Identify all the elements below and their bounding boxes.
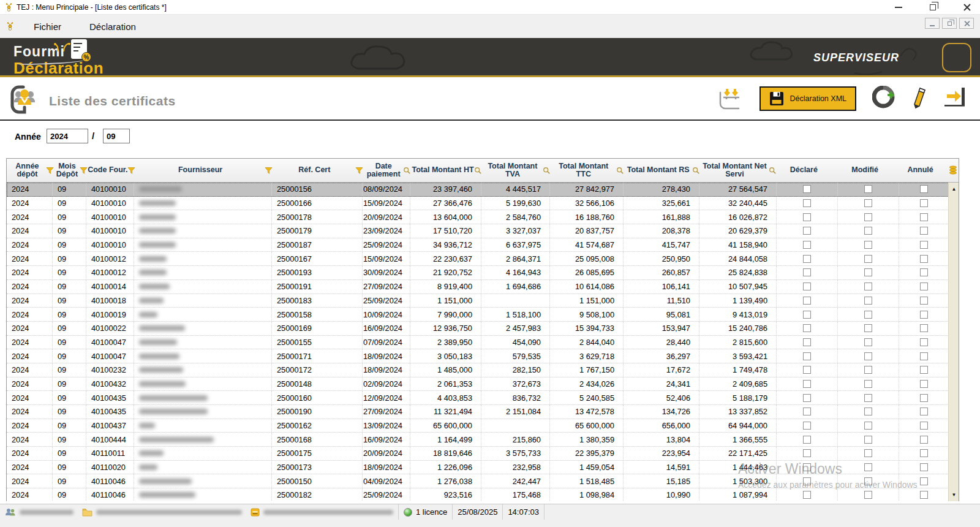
modifie-checkbox[interactable]	[864, 491, 872, 499]
modifie-checkbox[interactable]	[864, 268, 872, 276]
modifie-checkbox[interactable]	[864, 449, 872, 457]
column-header-9[interactable]: Total Montant RS	[623, 159, 699, 182]
table-row[interactable]: 202409401000102500017923/09/202417 510,7…	[7, 224, 959, 238]
annule-checkbox[interactable]	[920, 311, 928, 319]
menu-declaration[interactable]: Déclaration	[81, 19, 145, 34]
annule-checkbox[interactable]	[920, 422, 928, 430]
table-row[interactable]: 202409401000192500015810/09/20247 990,00…	[7, 308, 959, 322]
declare-checkbox[interactable]	[803, 366, 811, 374]
modifie-checkbox[interactable]	[864, 463, 872, 471]
declare-checkbox[interactable]	[803, 297, 811, 305]
modifie-checkbox[interactable]	[864, 408, 872, 415]
annule-checkbox[interactable]	[920, 394, 928, 402]
declare-checkbox[interactable]	[803, 394, 811, 402]
column-header-0[interactable]: Année dépôt	[7, 159, 53, 182]
declare-checkbox[interactable]	[803, 311, 811, 319]
declare-checkbox[interactable]	[803, 268, 811, 276]
modifie-checkbox[interactable]	[864, 366, 872, 374]
modifie-checkbox[interactable]	[864, 282, 872, 290]
column-header-11[interactable]: Déclaré	[775, 159, 837, 182]
column-header-10[interactable]: Total Montant Net Servi	[699, 159, 776, 182]
annule-checkbox[interactable]	[920, 185, 928, 193]
table-row[interactable]: 202409401002322500017218/09/20241 485,00…	[7, 363, 959, 377]
annule-checkbox[interactable]	[920, 366, 928, 374]
declare-checkbox[interactable]	[803, 185, 811, 193]
declare-checkbox[interactable]	[803, 282, 811, 290]
sync-add-icon[interactable]	[872, 86, 895, 112]
modifie-checkbox[interactable]	[864, 436, 872, 444]
modifie-checkbox[interactable]	[864, 394, 872, 402]
mdi-minimize-button[interactable]	[925, 18, 940, 29]
mdi-close-button[interactable]	[959, 18, 974, 29]
table-row[interactable]: 202409401004352500016012/09/20244 403,85…	[7, 391, 959, 405]
table-row[interactable]: 202409401000182500018325/09/20241 151,00…	[7, 294, 959, 308]
modifie-checkbox[interactable]	[864, 352, 872, 360]
column-header-5[interactable]: Date paiement	[362, 159, 410, 182]
table-row[interactable]: 202409401004352500019027/09/202411 321,4…	[7, 405, 959, 419]
exit-icon[interactable]	[943, 87, 969, 110]
annule-checkbox[interactable]	[920, 380, 928, 388]
mois-input[interactable]	[103, 129, 130, 143]
modifie-checkbox[interactable]	[864, 241, 872, 249]
vertical-scrollbar[interactable]: ▲ ▼	[948, 183, 959, 501]
modifie-checkbox[interactable]	[864, 311, 872, 319]
annule-checkbox[interactable]	[920, 227, 928, 235]
table-row[interactable]: 202409401004322500014802/09/20242 061,35…	[7, 377, 959, 392]
declare-checkbox[interactable]	[803, 436, 811, 444]
annule-checkbox[interactable]	[920, 449, 928, 457]
annee-input[interactable]	[47, 129, 88, 143]
column-options-coins-icon[interactable]	[949, 165, 957, 175]
modifie-checkbox[interactable]	[864, 185, 872, 193]
annule-checkbox[interactable]	[920, 282, 928, 290]
column-header-8[interactable]: Total Montant TTC	[549, 159, 623, 182]
modifie-checkbox[interactable]	[864, 477, 872, 485]
column-header-12[interactable]: Modifié	[837, 159, 898, 182]
annule-checkbox[interactable]	[920, 491, 928, 499]
restore-button[interactable]	[925, 1, 941, 13]
declare-checkbox[interactable]	[803, 255, 811, 263]
table-row[interactable]: 202409401100202500017318/09/20241 226,09…	[7, 461, 959, 475]
modifie-checkbox[interactable]	[864, 380, 872, 388]
table-row[interactable]: 202409401000102500016615/09/202427 366,4…	[7, 197, 959, 211]
annule-checkbox[interactable]	[920, 297, 928, 305]
modifie-checkbox[interactable]	[864, 227, 872, 235]
annule-checkbox[interactable]	[920, 408, 928, 415]
table-row[interactable]: 202409401000102500018725/09/202434 936,7…	[7, 238, 959, 252]
table-row[interactable]: 202409401004372500016213/09/202465 600,0…	[7, 419, 959, 433]
declare-checkbox[interactable]	[803, 199, 811, 207]
column-header-3[interactable]: Fournisseur	[134, 159, 272, 182]
table-row[interactable]: 202409401000142500019127/09/20248 919,40…	[7, 280, 959, 294]
column-header-4[interactable]: Réf. Cert	[271, 159, 362, 182]
column-header-options[interactable]	[948, 159, 959, 182]
mdi-restore-button[interactable]	[942, 18, 957, 29]
modifie-checkbox[interactable]	[864, 324, 872, 332]
scroll-down-arrow[interactable]: ▼	[949, 490, 959, 500]
annule-checkbox[interactable]	[920, 352, 928, 360]
modifie-checkbox[interactable]	[864, 213, 872, 221]
table-row[interactable]: 202409401000122500019330/09/202421 920,7…	[7, 266, 959, 280]
declare-checkbox[interactable]	[803, 227, 811, 235]
column-header-7[interactable]: Total Montant TVA	[481, 159, 549, 182]
modifie-checkbox[interactable]	[864, 255, 872, 263]
annule-checkbox[interactable]	[920, 199, 928, 207]
annule-checkbox[interactable]	[920, 324, 928, 332]
column-header-13[interactable]: Annulé	[898, 159, 948, 182]
annule-checkbox[interactable]	[920, 338, 928, 346]
table-row[interactable]: 202409401100462500015004/09/20241 276,03…	[7, 474, 959, 488]
annule-checkbox[interactable]	[920, 463, 928, 471]
table-row[interactable]: 202409401000122500016715/09/202422 230,6…	[7, 252, 959, 266]
table-row[interactable]: 202409401000102500017820/09/202413 604,0…	[7, 210, 959, 224]
annule-checkbox[interactable]	[920, 213, 928, 221]
modifie-checkbox[interactable]	[864, 422, 872, 430]
table-row[interactable]: 202409401100112500017520/09/202418 819,6…	[7, 447, 959, 461]
column-header-2[interactable]: Code Four.	[86, 159, 134, 182]
declare-checkbox[interactable]	[803, 449, 811, 457]
close-button[interactable]	[959, 1, 975, 13]
table-row[interactable]: 202409401004442500016816/09/20241 164,49…	[7, 433, 959, 447]
declare-checkbox[interactable]	[803, 408, 811, 415]
modifie-checkbox[interactable]	[864, 338, 872, 346]
menu-fichier[interactable]: Fichier	[25, 19, 70, 34]
table-row[interactable]: 202409401000222500016916/09/202412 936,7…	[7, 322, 959, 336]
declare-checkbox[interactable]	[803, 338, 811, 346]
declare-checkbox[interactable]	[803, 213, 811, 221]
